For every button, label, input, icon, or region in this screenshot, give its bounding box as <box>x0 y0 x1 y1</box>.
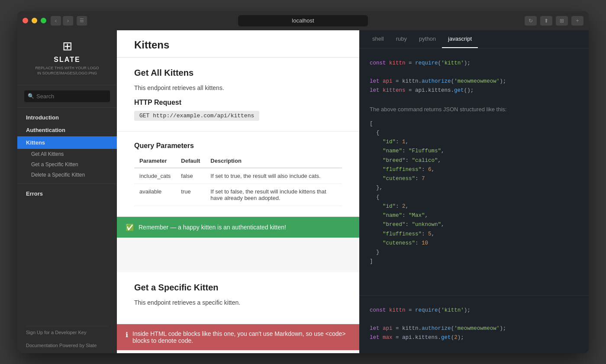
footer-divider <box>26 326 108 326</box>
code-section-2: const kittn = require('kittn'); let api … <box>359 295 589 353</box>
content-area: Kittens Get All Kittens This endpoint re… <box>117 30 359 353</box>
http-request-label: HTTP Request <box>134 99 342 106</box>
logo-text: SLATE <box>54 56 80 64</box>
new-tab-button[interactable]: ⊞ <box>556 16 568 26</box>
code-const: const <box>370 60 386 66</box>
table-row: available true If set to false, the resu… <box>134 184 342 206</box>
minimize-button[interactable] <box>32 18 37 23</box>
get-all-kittens-block: Get All Kittens This endpoint retrieves … <box>117 58 359 132</box>
tab-shell[interactable]: shell <box>366 30 390 48</box>
check-circle-icon: ✅ <box>126 223 134 232</box>
http-request-code: GET http://example.com/api/kittens <box>134 111 259 121</box>
sign-up-link[interactable]: Sign Up for a Developer Key <box>26 330 108 335</box>
col-default: Default <box>176 154 205 168</box>
sidebar: ⊞ SLATE Replace this with your logoin so… <box>17 30 117 353</box>
notice-green: ✅ Remember — a happy kitten is an authen… <box>117 217 359 238</box>
code-panel: shell ruby python javascript const kittn… <box>359 30 589 353</box>
spacer-block <box>117 238 359 272</box>
notice-red-text: Inside HTML code blocks like this one, y… <box>132 330 351 344</box>
sidebar-item-authentication[interactable]: Authentication <box>17 124 117 136</box>
code-panel-spacer <box>359 277 589 295</box>
main-content: ⊞ SLATE Replace this with your logoin so… <box>17 30 589 353</box>
get-all-kittens-title: Get All Kittens <box>134 68 342 78</box>
col-parameter: Parameter <box>134 154 176 168</box>
sidebar-item-introduction[interactable]: Introduction <box>17 111 117 124</box>
sidebar-sub-item-delete-specific-kitten[interactable]: Delete a Specific Kitten <box>17 170 117 180</box>
tab-ruby[interactable]: ruby <box>390 30 413 48</box>
share-button[interactable]: ⬆ <box>540 16 552 26</box>
notice-green-text: Remember — a happy kitten is an authenti… <box>139 224 286 231</box>
page-header: Kittens <box>117 30 359 58</box>
col-description: Description <box>205 154 342 168</box>
code-section-1: const kittn = require('kittn'); let api … <box>359 48 589 106</box>
tab-javascript[interactable]: javascript <box>442 30 478 48</box>
code-kittn: kittn <box>389 60 406 66</box>
search-area: 🔍 <box>17 85 117 108</box>
add-tab-button[interactable]: + <box>571 16 583 26</box>
warning-icon: ℹ <box>126 331 128 339</box>
sidebar-sub-item-get-specific-kitten[interactable]: Get a Specific Kitten <box>17 159 117 170</box>
reload-button[interactable]: ↻ <box>525 16 537 26</box>
code-kittn-str: 'kittn' <box>441 60 464 66</box>
param-description: If set to false, the result will include… <box>205 184 342 206</box>
code-require: require <box>415 60 438 66</box>
sidebar-toggle-button[interactable]: ☰ <box>77 16 87 26</box>
back-button[interactable]: ‹ <box>51 16 61 26</box>
param-name: available <box>134 184 176 206</box>
get-specific-kitten-desc: This endpoint retrieves a specific kitte… <box>134 298 342 307</box>
maximize-button[interactable] <box>41 18 46 23</box>
sidebar-item-errors[interactable]: Errors <box>17 187 117 200</box>
params-table: Parameter Default Description include_ca… <box>134 154 342 206</box>
param-default: false <box>176 168 205 184</box>
query-params-block: Query Parameters Parameter Default Descr… <box>117 132 359 217</box>
search-icon: 🔍 <box>28 93 34 99</box>
get-specific-kitten-block: Get a Specific Kitten This endpoint retr… <box>117 272 359 324</box>
close-button[interactable] <box>23 18 28 23</box>
toolbar-right: ↻ ⬆ ⊞ + <box>525 16 583 26</box>
sidebar-sub-item-get-all-kittens[interactable]: Get All Kittens <box>17 149 117 159</box>
nav-divider <box>17 184 117 184</box>
logo-area: ⊞ SLATE Replace this with your logoin so… <box>17 30 117 85</box>
notice-red: ℹ Inside HTML code blocks like this one,… <box>117 324 359 350</box>
logo-subtitle: Replace this with your logoin source/ima… <box>35 65 99 76</box>
logo-icon: ⊞ <box>62 39 72 53</box>
search-input[interactable] <box>24 90 110 102</box>
json-result: [ { "id": 1, "name": "Fluffums", "breed"… <box>359 119 589 277</box>
forward-button[interactable]: › <box>63 16 73 26</box>
table-row: include_cats false If set to true, the r… <box>134 168 342 184</box>
traffic-lights <box>23 18 46 23</box>
nav-section: Introduction Authentication Kittens Get … <box>17 108 117 203</box>
get-specific-kitten-title: Get a Specific Kitten <box>134 283 342 293</box>
docs-powered-link[interactable]: Documentation Powered by Slate <box>26 343 108 348</box>
result-text: The above command returns JSON structure… <box>359 106 589 119</box>
titlebar: ‹ › ☰ localhost ↻ ⬆ ⊞ + <box>17 11 589 30</box>
tab-python[interactable]: python <box>413 30 442 48</box>
nav-buttons: ‹ › <box>51 16 73 26</box>
url-text: localhost <box>292 17 314 24</box>
browser-window: ‹ › ☰ localhost ↻ ⬆ ⊞ + ⊞ SLATE Replace … <box>17 11 589 353</box>
param-default: true <box>176 184 205 206</box>
sidebar-footer: Sign Up for a Developer Key Documentatio… <box>17 317 117 353</box>
get-all-kittens-desc: This endpoint retrieves all kittens. <box>134 83 342 93</box>
page-title: Kittens <box>134 39 342 51</box>
param-description: If set to true, the result will also inc… <box>205 168 342 184</box>
code-tabs: shell ruby python javascript <box>359 30 589 48</box>
url-bar: localhost <box>238 15 368 26</box>
param-name: include_cats <box>134 168 176 184</box>
query-params-label: Query Parameters <box>134 142 342 150</box>
sidebar-item-kittens[interactable]: Kittens <box>17 136 117 149</box>
